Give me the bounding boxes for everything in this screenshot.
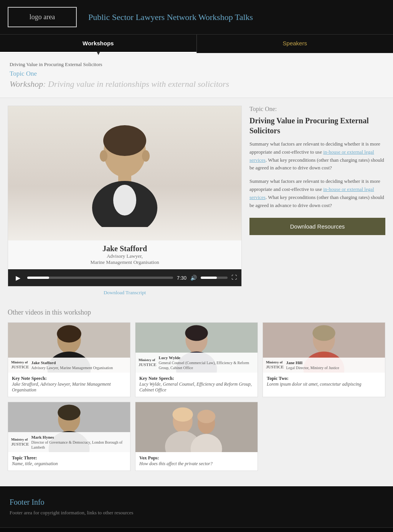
workshop-title: Workshop: Driving value in relationships… [10,79,383,89]
video-container: Jake Stafford Advisory Lawyer, Marine Ma… [8,106,242,287]
card-4-speaker-info: Mark Hynes Director of Governance & Demo… [31,434,127,450]
nav-workshops[interactable]: Workshops [0,35,196,53]
ministry-logo-4: Ministry ofJUSTICE [11,438,29,446]
card-4-label: Topic Three: [12,455,126,461]
card-3-text: Topic Two: Lorem ipsum dolor sit amet, c… [263,373,385,391]
progress-fill [27,277,49,279]
header-top: logo area Public Sector Lawyers Network … [0,0,393,34]
video-card-3[interactable]: Ministry ofJUSTICE Jane Hill Legal Direc… [263,322,385,397]
footer-bottom [0,527,393,532]
speaker-name: Jake Stafford [14,244,236,253]
card-1-bottom-bar: Ministry ofJUSTICE Jake Stafford Advisor… [8,358,130,373]
speaker-info: Jake Stafford Advisory Lawyer, Marine Ma… [8,240,241,269]
videos-grid: Ministry ofJUSTICE Jake Stafford Advisor… [8,322,385,471]
video-card-1[interactable]: Ministry ofJUSTICE Jake Stafford Advisor… [8,322,130,397]
volume-bar[interactable] [201,277,228,279]
card-2-text: Key Note Speech: Lucy Wylde, General Cou… [135,373,258,397]
page-header: Driving Value in Procuring External Soli… [0,54,393,98]
video-card-4[interactable]: Ministry ofJUSTICE Mark Hynes Director o… [8,402,130,471]
card-3-subtitle: Lorem ipsum dolor sit amet, consectetur … [267,381,381,387]
card-3-speaker-info: Jane Hill Legal Director, Ministry of Ju… [286,360,339,370]
topic-label: Topic One [10,70,383,78]
speaker-figure [77,119,173,227]
site-title: Public Sector Lawyers Network Workshop T… [88,12,253,22]
card-5-label: Vox Pops: [139,455,254,461]
logo-area: logo area [8,7,77,27]
content-row: Jake Stafford Advisory Lawyer, Marine Ma… [8,106,385,299]
ministry-logo-3: Ministry ofJUSTICE [266,361,284,369]
panel-description-2: Summary what factors are relevant to dec… [249,177,385,209]
ministry-logo-2: Ministry ofJUSTICE [139,358,156,367]
download-transcript: Download Transcript [8,287,242,299]
nav-speakers[interactable]: Speakers [197,35,393,53]
card-2-bottom-bar: Ministry ofJUSTICE Lucy Wylde General Co… [135,353,258,373]
panel-topic-label: Topic One: [249,106,385,113]
footer: Footer Info Footer area for copyright in… [0,486,393,527]
video-card-2[interactable]: Ministry ofJUSTICE Lucy Wylde General Co… [135,322,258,397]
card-2-label: Key Note Speech: [139,376,254,381]
svg-point-19 [312,325,335,341]
svg-point-4 [113,185,136,215]
ministry-logo-1: Ministry ofJUSTICE [11,361,29,369]
speaker-role: Advisory Lawyer, Marine Management Organ… [14,253,236,265]
video-card-thumb-3: Ministry ofJUSTICE Jane Hill Legal Direc… [263,323,385,373]
card-4-text: Topic Three: Name, title, organisation [8,452,130,471]
svg-point-24 [58,405,80,421]
video-controls[interactable]: ▶ 7:30 🔊 ⛶ [8,269,241,286]
card-5-text: Vox Pops: How does this affect the priva… [135,452,258,471]
card-4-bottom-bar: Ministry ofJUSTICE Mark Hynes Director o… [8,432,130,452]
svg-point-6 [142,150,150,162]
svg-point-31 [197,410,215,423]
inhouse-link-2[interactable]: in-house or external legal services [249,186,374,200]
card-5-subtitle: How does this affect the private sector? [139,461,254,467]
video-thumbnail[interactable] [8,106,241,240]
svg-point-1 [103,125,146,156]
video-card-thumb-5 [135,402,258,452]
transcript-link[interactable]: Download Transcript [104,290,146,295]
workshop-title-rest: : Driving value in relationships with ex… [43,79,229,89]
video-card-thumb-1: Ministry ofJUSTICE Jake Stafford Advisor… [8,323,130,373]
card-3-label: Topic Two: [267,376,381,381]
card-1-subtitle: Jake Strafford, Advisory lawyer, Marine … [12,381,126,393]
footer-title: Footer Info [10,498,383,507]
inhouse-link-1[interactable]: in-house or external legal services [249,149,374,163]
video-card-thumb-4: Ministry ofJUSTICE Mark Hynes Director o… [8,402,130,452]
card-2-subtitle: Lucy Wylde, General Counsel, Efficiency … [139,381,254,393]
card-1-text: Key Note Speech: Jake Strafford, Advisor… [8,373,130,397]
footer-description: Footer area for copyright information, l… [10,510,383,516]
video-card-5[interactable]: Vox Pops: How does this affect the priva… [135,402,258,471]
panel-description-1: Summary what factors are relevant to dec… [249,140,385,172]
play-button[interactable]: ▶ [13,272,23,283]
panel-title: Driving Value in Procuring ExternalSolic… [249,116,385,136]
card-5-figure [135,402,258,452]
workshop-title-prefix: Workshop [10,79,43,89]
other-videos-section: Other videos in this workshop Ministry o… [8,308,385,471]
info-panel: Topic One: Driving Value in Procuring Ex… [249,106,385,299]
card-3-bottom-bar: Ministry ofJUSTICE Jane Hill Legal Direc… [263,358,385,373]
svg-point-9 [57,325,81,343]
svg-point-5 [100,150,107,162]
other-videos-title: Other videos in this workshop [8,308,385,317]
main-nav: Workshops Speakers [0,34,393,53]
main-content: Jake Stafford Advisory Lawyer, Marine Ma… [0,98,393,479]
breadcrumb: Driving Value in Procuring External Soli… [10,61,383,68]
volume-icon[interactable]: 🔊 [190,275,197,281]
fullscreen-button[interactable]: ⛶ [231,275,237,281]
card-1-speaker-info: Jake Stafford Advisory Lawyer, Marine Ma… [31,360,112,370]
video-card-thumb-2: Ministry ofJUSTICE Lucy Wylde General Co… [135,323,258,373]
download-resources-button[interactable]: Download Resources [249,218,385,235]
volume-fill [201,277,217,279]
card-2-speaker-info: Lucy Wylde General Counsel (Commercial L… [159,355,254,370]
card-4-subtitle: Name, title, organisation [12,461,126,467]
svg-point-29 [172,408,193,422]
svg-point-14 [185,325,208,341]
video-section: Jake Stafford Advisory Lawyer, Marine Ma… [8,106,242,299]
progress-bar[interactable] [27,277,173,279]
time-display: 7:30 [177,275,187,281]
card-1-label: Key Note Speech: [12,376,126,381]
site-header: logo area Public Sector Lawyers Network … [0,0,393,53]
